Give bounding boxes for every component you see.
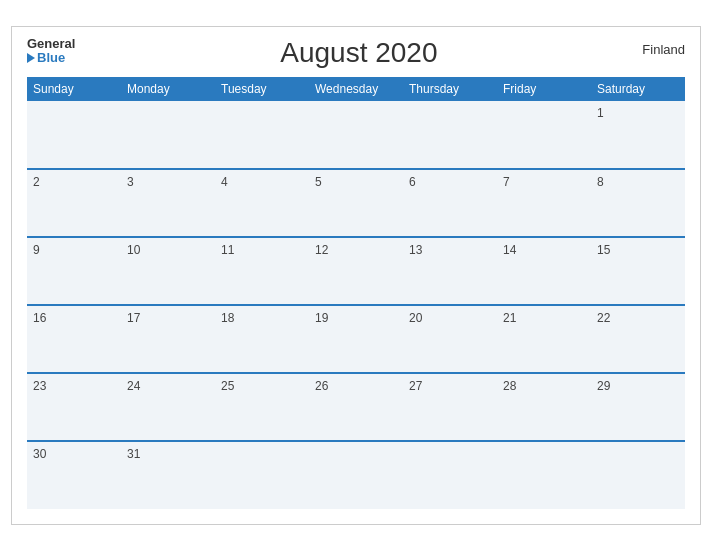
day-cell: 11: [215, 237, 309, 305]
day-cell: 18: [215, 305, 309, 373]
day-cell: 3: [121, 169, 215, 237]
day-cell: [121, 101, 215, 169]
day-cell: 8: [591, 169, 685, 237]
day-cell: 10: [121, 237, 215, 305]
header-saturday: Saturday: [591, 77, 685, 101]
day-cell: 16: [27, 305, 121, 373]
calendar-container: General Blue August 2020 Finland Sunday …: [11, 26, 701, 525]
day-cell: [309, 441, 403, 509]
day-cell: 28: [497, 373, 591, 441]
day-cell: 5: [309, 169, 403, 237]
day-cell: 17: [121, 305, 215, 373]
day-cell: [497, 101, 591, 169]
table-row: 9 10 11 12 13 14 15: [27, 237, 685, 305]
day-cell: 29: [591, 373, 685, 441]
day-cell: 23: [27, 373, 121, 441]
day-cell: 21: [497, 305, 591, 373]
day-cell: [403, 441, 497, 509]
table-row: 30 31: [27, 441, 685, 509]
calendar-table: Sunday Monday Tuesday Wednesday Thursday…: [27, 77, 685, 509]
day-cell: 2: [27, 169, 121, 237]
day-cell: 9: [27, 237, 121, 305]
day-cell: 4: [215, 169, 309, 237]
header-friday: Friday: [497, 77, 591, 101]
days-header-row: Sunday Monday Tuesday Wednesday Thursday…: [27, 77, 685, 101]
day-cell: 14: [497, 237, 591, 305]
calendar-title: August 2020: [75, 37, 642, 69]
logo-general-text: General: [27, 37, 75, 51]
day-cell: 31: [121, 441, 215, 509]
country-label: Finland: [642, 37, 685, 57]
calendar-header: General Blue August 2020 Finland: [27, 37, 685, 69]
table-row: 1: [27, 101, 685, 169]
day-cell: 19: [309, 305, 403, 373]
header-wednesday: Wednesday: [309, 77, 403, 101]
day-cell: 20: [403, 305, 497, 373]
logo-blue-text: Blue: [27, 51, 65, 65]
day-cell: 15: [591, 237, 685, 305]
logo: General Blue: [27, 37, 75, 66]
day-cell: 1: [591, 101, 685, 169]
logo-triangle-icon: [27, 53, 35, 63]
day-cell: 26: [309, 373, 403, 441]
day-cell: [591, 441, 685, 509]
day-cell: 25: [215, 373, 309, 441]
day-cell: [403, 101, 497, 169]
day-cell: [27, 101, 121, 169]
day-cell: [497, 441, 591, 509]
day-cell: 13: [403, 237, 497, 305]
day-cell: [215, 441, 309, 509]
day-cell: 24: [121, 373, 215, 441]
table-row: 16 17 18 19 20 21 22: [27, 305, 685, 373]
day-cell: 12: [309, 237, 403, 305]
header-sunday: Sunday: [27, 77, 121, 101]
table-row: 23 24 25 26 27 28 29: [27, 373, 685, 441]
header-thursday: Thursday: [403, 77, 497, 101]
day-cell: [215, 101, 309, 169]
day-cell: 22: [591, 305, 685, 373]
day-cell: 27: [403, 373, 497, 441]
day-cell: 6: [403, 169, 497, 237]
table-row: 2 3 4 5 6 7 8: [27, 169, 685, 237]
header-tuesday: Tuesday: [215, 77, 309, 101]
day-cell: 7: [497, 169, 591, 237]
day-cell: 30: [27, 441, 121, 509]
header-monday: Monday: [121, 77, 215, 101]
day-cell: [309, 101, 403, 169]
